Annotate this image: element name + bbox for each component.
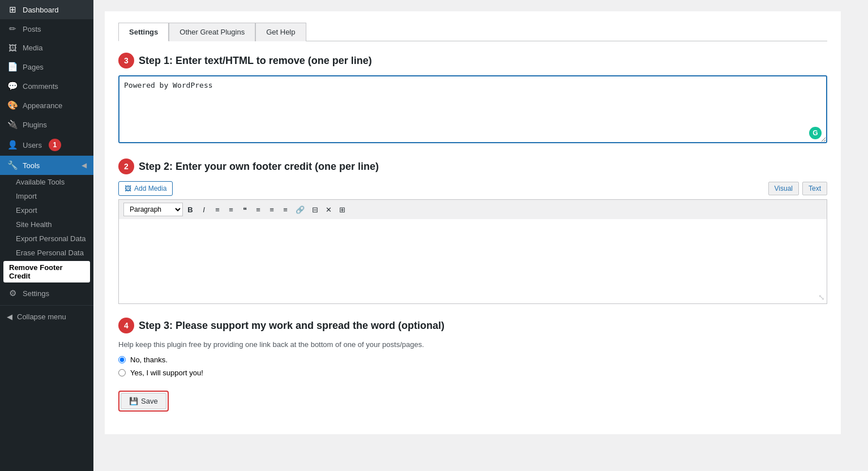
step2-heading: 2 Step 2: Enter your own footer credit (…: [118, 159, 827, 174]
sidebar-divider: [0, 305, 93, 306]
pages-icon: 📄: [7, 62, 18, 72]
tools-icon: 🔧: [7, 160, 18, 170]
ordered-list-button[interactable]: ≡: [225, 204, 237, 216]
sidebar-item-dashboard[interactable]: ⊞ Dashboard: [0, 0, 93, 19]
collapse-menu-button[interactable]: ◀ Collapse menu: [0, 308, 93, 326]
sidebar-sub-site-health[interactable]: Site Health: [0, 217, 93, 232]
sidebar-item-comments[interactable]: 💬 Comments: [0, 76, 93, 96]
tab-other-plugins[interactable]: Other Great Plugins: [169, 23, 255, 41]
sidebar-sub-remove-footer-credit[interactable]: Remove Footer Credit: [3, 261, 90, 282]
step1-heading: 3 Step 1: Enter text/HTML to remove (one…: [118, 53, 827, 68]
step3-section: 4 Step 3: Please support my work and spr…: [118, 318, 827, 377]
sidebar-item-tools[interactable]: 🔧 Tools ◀: [0, 156, 93, 175]
tab-get-help[interactable]: Get Help: [255, 23, 306, 41]
blockquote-button[interactable]: ❝: [238, 204, 251, 216]
align-left-button[interactable]: ≡: [252, 204, 264, 216]
italic-button[interactable]: I: [198, 204, 210, 216]
step3-annotation-circle: 4: [118, 318, 134, 333]
dashboard-icon: ⊞: [7, 5, 18, 15]
add-media-icon: 🖼: [125, 185, 131, 192]
support-radio-group: No, thanks. Yes, I will support you!: [118, 356, 827, 377]
sidebar-sub-available-tools[interactable]: Available Tools: [0, 175, 93, 189]
sidebar: ⊞ Dashboard ✏ Posts 🖼 Media 📄 Pages 💬 Co…: [0, 0, 93, 471]
tabs-bar: Settings Other Great Plugins Get Help: [118, 23, 827, 41]
step2-annotation-circle: 2: [118, 159, 134, 174]
editor-resize-handle[interactable]: ⤡: [818, 293, 825, 302]
sidebar-sub-import[interactable]: Import: [0, 189, 93, 203]
step3-description: Help keep this plugin free by providing …: [118, 340, 827, 349]
radio-yes-support[interactable]: Yes, I will support you!: [118, 369, 827, 377]
sidebar-item-settings[interactable]: ⚙ Settings: [0, 284, 93, 303]
plugins-icon: 🔌: [7, 119, 18, 130]
sidebar-item-plugins[interactable]: 🔌 Plugins: [0, 115, 93, 134]
bold-button[interactable]: B: [184, 204, 196, 216]
visual-text-tabs: Visual Text: [768, 182, 827, 195]
table-button[interactable]: ⊞: [336, 204, 348, 216]
save-button[interactable]: 💾 Save: [121, 393, 166, 409]
tools-chevron-icon: ◀: [82, 161, 87, 169]
media-icon: 🖼: [7, 43, 18, 53]
settings-icon: ⚙: [7, 288, 18, 298]
sidebar-item-appearance[interactable]: 🎨 Appearance: [0, 96, 93, 115]
add-media-button[interactable]: 🖼 Add Media: [118, 181, 173, 196]
tab-settings[interactable]: Settings: [118, 23, 169, 41]
main-content: Settings Other Great Plugins Get Help 3 …: [93, 0, 868, 471]
unordered-list-button[interactable]: ≡: [211, 204, 224, 216]
radio-no-thanks-input[interactable]: [118, 356, 126, 363]
save-button-outline: 💾 Save: [118, 391, 169, 412]
radio-no-thanks[interactable]: No, thanks.: [118, 356, 827, 364]
editor-toolbar: Paragraph B I ≡ ≡ ❝ ≡ ≡ ≡ 🔗 ⊟ ✕ ⊞: [118, 199, 827, 219]
tab-text[interactable]: Text: [802, 182, 827, 195]
sidebar-item-users[interactable]: 👤 Users 1: [0, 134, 93, 156]
step2-section: 2 Step 2: Enter your own footer credit (…: [118, 159, 827, 304]
users-icon: 👤: [7, 140, 18, 150]
editor-top-bar: 🖼 Add Media Visual Text: [118, 181, 827, 196]
appearance-icon: 🎨: [7, 100, 18, 110]
step1-annotation-circle: 3: [118, 53, 134, 68]
step3-heading: 4 Step 3: Please support my work and spr…: [118, 318, 827, 333]
align-center-button[interactable]: ≡: [266, 204, 278, 216]
sidebar-item-pages[interactable]: 📄 Pages: [0, 57, 93, 76]
save-button-wrapper: 💾 Save: [118, 391, 827, 412]
tab-visual[interactable]: Visual: [768, 182, 799, 195]
step1-section: 3 Step 1: Enter text/HTML to remove (one…: [118, 53, 827, 145]
step1-textarea-wrapper: Powered by WordPress G: [118, 75, 827, 145]
comments-icon: 💬: [7, 81, 18, 91]
editor-body[interactable]: ⤡: [118, 219, 827, 304]
grammarly-icon: G: [809, 127, 822, 139]
sidebar-item-posts[interactable]: ✏ Posts: [0, 19, 93, 38]
paragraph-select[interactable]: Paragraph: [123, 203, 183, 216]
link-button[interactable]: 🔗: [293, 204, 307, 216]
tools-submenu: Available Tools Import Export Site Healt…: [0, 175, 93, 284]
sidebar-item-media[interactable]: 🖼 Media: [0, 38, 93, 57]
posts-icon: ✏: [7, 24, 18, 34]
radio-yes-support-input[interactable]: [118, 369, 126, 376]
save-icon: 💾: [129, 397, 138, 405]
unlink-button[interactable]: ⊟: [309, 204, 321, 216]
sidebar-sub-export[interactable]: Export: [0, 203, 93, 217]
users-badge: 1: [49, 139, 61, 151]
remove-text-textarea[interactable]: Powered by WordPress: [118, 75, 827, 143]
sidebar-sub-export-personal[interactable]: Export Personal Data: [0, 232, 93, 246]
align-right-button[interactable]: ≡: [279, 204, 292, 216]
plugin-settings-panel: Settings Other Great Plugins Get Help 3 …: [105, 11, 841, 434]
more-button[interactable]: ✕: [322, 204, 335, 216]
sidebar-sub-erase-personal[interactable]: Erase Personal Data: [0, 246, 93, 260]
collapse-icon: ◀: [7, 312, 12, 321]
